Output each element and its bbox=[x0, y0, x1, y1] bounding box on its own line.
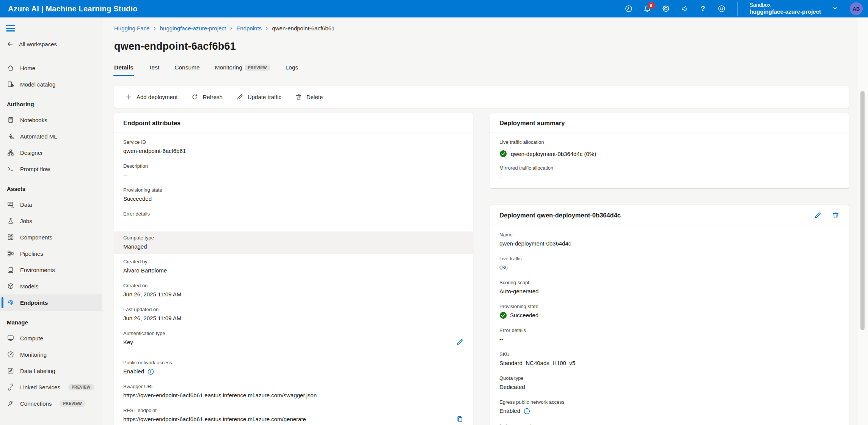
all-workspaces-back[interactable]: All workspaces bbox=[0, 37, 102, 52]
data-labeling-icon bbox=[7, 367, 14, 375]
field-quota-type: Quota type Dedicated bbox=[499, 375, 840, 391]
jobs-flask-icon bbox=[7, 217, 14, 225]
sidebar-item-home[interactable]: Home bbox=[0, 60, 102, 76]
field-deployment-error-details: Error details -- bbox=[499, 327, 840, 343]
linked-services-icon bbox=[7, 383, 14, 391]
sidebar-item-monitoring[interactable]: Monitoring bbox=[0, 346, 102, 363]
tab-monitoring[interactable]: Monitoring PREVIEW bbox=[215, 64, 270, 76]
components-icon bbox=[7, 233, 14, 241]
breadcrumb-endpoints[interactable]: Endpoints bbox=[236, 25, 262, 31]
sidebar-item-label: Model catalog bbox=[20, 81, 55, 88]
main-content: Hugging Face › huggingface-azure-project… bbox=[102, 17, 868, 425]
breadcrumb: Hugging Face › huggingface-azure-project… bbox=[114, 25, 849, 31]
field-live-traffic: Live traffic 0% bbox=[499, 256, 840, 271]
sidebar-section-authoring: Authoring bbox=[0, 93, 102, 112]
settings-gear-icon[interactable] bbox=[662, 5, 670, 13]
info-icon[interactable] bbox=[523, 408, 531, 415]
refresh-button[interactable]: Refresh bbox=[185, 90, 228, 104]
avatar[interactable]: AB bbox=[850, 2, 863, 15]
sidebar-item-connections[interactable]: Connections PREVIEW bbox=[0, 395, 102, 412]
tab-logs[interactable]: Logs bbox=[286, 64, 298, 76]
sidebar-item-designer[interactable]: Designer bbox=[0, 145, 102, 161]
feedback-smiley-icon[interactable] bbox=[717, 5, 726, 13]
info-icon[interactable] bbox=[147, 368, 154, 375]
field-created-by: Created by Alvaro Bartolome bbox=[123, 259, 464, 274]
command-bar: Add deployment Refresh Update traffic De… bbox=[114, 86, 849, 108]
delete-deployment-trash-icon[interactable] bbox=[832, 211, 840, 219]
breadcrumb-current: qwen-endpoint-6acf6b61 bbox=[272, 25, 334, 31]
field-swagger-uri: Swagger URI https://qwen-endpoint-6acf6b… bbox=[123, 384, 464, 399]
endpoint-attributes-card: Endpoint attributes Service ID qwen-endp… bbox=[114, 113, 473, 425]
deployment-card: Deployment qwen-deployment-0b364d4c bbox=[490, 205, 849, 425]
chevron-down-icon[interactable] bbox=[831, 5, 840, 13]
card-title: Deployment summary bbox=[499, 120, 565, 127]
sidebar-item-environments[interactable]: Environments bbox=[0, 262, 102, 278]
tab-consume[interactable]: Consume bbox=[174, 64, 199, 76]
history-icon[interactable] bbox=[625, 5, 633, 13]
card-title: Endpoint attributes bbox=[123, 120, 181, 127]
sidebar-item-automated-ml[interactable]: Automated ML bbox=[0, 128, 102, 145]
edit-deployment-pencil-icon[interactable] bbox=[814, 211, 822, 219]
delete-button[interactable]: Delete bbox=[289, 90, 328, 104]
copy-icon[interactable] bbox=[456, 415, 464, 423]
sidebar-item-models[interactable]: Models bbox=[0, 278, 102, 294]
sidebar-item-label: Linked Services bbox=[20, 384, 60, 390]
sidebar-item-data-labeling[interactable]: Data Labeling bbox=[0, 363, 102, 379]
update-traffic-button[interactable]: Update traffic bbox=[231, 90, 287, 104]
notebooks-icon bbox=[7, 116, 14, 124]
vertical-scrollbar-thumb[interactable] bbox=[860, 91, 865, 330]
sidebar-item-compute[interactable]: Compute bbox=[0, 330, 102, 346]
vertical-scrollbar-track[interactable] bbox=[857, 17, 868, 425]
edit-auth-pencil-icon[interactable] bbox=[456, 338, 464, 346]
sidebar-item-label: Components bbox=[20, 234, 52, 241]
preview-badge: PREVIEW bbox=[68, 384, 94, 390]
sidebar-item-components[interactable]: Components bbox=[0, 229, 102, 246]
models-cube-icon bbox=[7, 282, 14, 290]
sidebar-item-label: Home bbox=[20, 65, 35, 71]
workspace-switcher[interactable]: Sandbox huggingface-azure-project bbox=[750, 2, 821, 16]
field-created-on: Created on Jun 26, 2025 11:09 AM bbox=[123, 283, 464, 298]
sidebar-section-assets: Assets bbox=[0, 177, 102, 197]
model-catalog-icon bbox=[7, 80, 14, 88]
tab-details[interactable]: Details bbox=[114, 64, 133, 76]
sidebar-item-pipelines[interactable]: Pipelines bbox=[0, 246, 102, 262]
field-compute-type: Compute type Managed bbox=[114, 231, 473, 254]
automated-ml-icon bbox=[7, 132, 14, 140]
field-public-network-access: Public network access Enabled bbox=[123, 360, 464, 375]
success-check-icon bbox=[499, 150, 507, 157]
notifications-icon[interactable]: 6 bbox=[643, 5, 651, 13]
sidebar-item-jobs[interactable]: Jobs bbox=[0, 213, 102, 229]
add-deployment-button[interactable]: Add deployment bbox=[119, 90, 183, 104]
field-error-details: Error details -- bbox=[123, 211, 464, 227]
breadcrumb-separator: › bbox=[266, 25, 268, 31]
hamburger-menu-icon[interactable] bbox=[6, 25, 15, 31]
sidebar-item-model-catalog[interactable]: Model catalog bbox=[0, 76, 102, 93]
sidebar-item-linked-services[interactable]: Linked Services PREVIEW bbox=[0, 379, 102, 395]
breadcrumb-hugging-face[interactable]: Hugging Face bbox=[114, 25, 149, 31]
sidebar-item-prompt-flow[interactable]: Prompt flow bbox=[0, 161, 102, 177]
live-traffic-allocation-label: Live traffic allocation bbox=[499, 139, 840, 145]
help-icon[interactable]: ? bbox=[699, 5, 707, 13]
card-title: Deployment qwen-deployment-0b364d4c bbox=[499, 212, 621, 219]
tab-test[interactable]: Test bbox=[149, 64, 159, 76]
field-service-id: Service ID qwen-endpoint-6acf6b61 bbox=[123, 139, 464, 155]
workspace-type: Sandbox bbox=[750, 2, 821, 9]
refresh-icon bbox=[191, 93, 198, 101]
sidebar-item-notebooks[interactable]: Notebooks bbox=[0, 112, 102, 128]
field-provisioning-state: Provisioning state Succeeded bbox=[123, 187, 464, 203]
pencil-icon bbox=[236, 93, 243, 101]
notification-badge: 6 bbox=[648, 2, 655, 9]
announcements-icon[interactable] bbox=[680, 5, 689, 13]
tab-bar: Details Test Consume Monitoring PREVIEW … bbox=[114, 64, 849, 76]
breadcrumb-project[interactable]: huggingface-azure-project bbox=[160, 25, 226, 31]
home-icon bbox=[7, 64, 14, 72]
sidebar-item-endpoints[interactable]: Endpoints bbox=[0, 294, 102, 311]
sidebar-item-data[interactable]: Data bbox=[0, 197, 102, 213]
field-sku: SKU Standard_NC40ads_H100_v5 bbox=[499, 351, 840, 367]
field-deployment-provisioning-state: Provisioning state Succeeded bbox=[499, 304, 840, 319]
sidebar: All workspaces Home Model catalog Author… bbox=[0, 17, 102, 425]
live-traffic-allocation-value: qwen-deployment-0b364d4c (0%) bbox=[499, 150, 840, 157]
sidebar-item-label: Designer bbox=[20, 150, 43, 156]
sidebar-section-manage: Manage bbox=[0, 311, 102, 330]
prompt-flow-icon bbox=[7, 165, 14, 173]
